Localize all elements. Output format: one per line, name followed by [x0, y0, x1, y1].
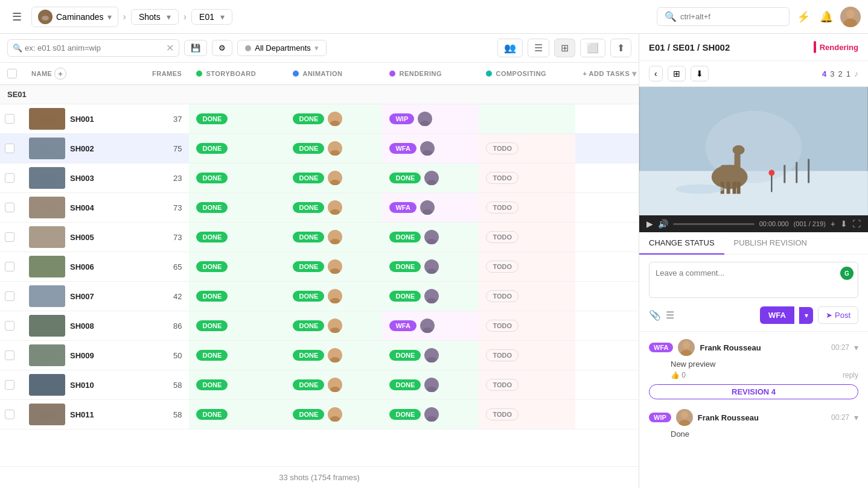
zoom-in-icon[interactable]: +: [831, 219, 835, 229]
project-selector[interactable]: Caminandes ▾: [31, 7, 118, 27]
shot-search-input[interactable]: [25, 43, 164, 52]
table-row[interactable]: SH010 58 DONE DONE DONE TODO: [0, 370, 639, 400]
clear-search-icon[interactable]: ✕: [166, 42, 174, 54]
view-storyboard-button[interactable]: ⬜: [580, 39, 605, 57]
status-badge: TODO: [486, 379, 519, 391]
row-checkbox[interactable]: [5, 262, 14, 271]
row-checkbox[interactable]: [5, 144, 14, 153]
svg-point-68: [429, 409, 435, 415]
table-row[interactable]: SH007 42 DONE DONE DONE TODO: [0, 282, 639, 311]
view-grid-button[interactable]: ⊞: [554, 39, 575, 57]
row-checkbox[interactable]: [5, 321, 14, 331]
table-row[interactable]: SH005 73 DONE DONE DONE TODO: [0, 223, 639, 252]
view-persons-button[interactable]: 👥: [497, 39, 523, 57]
table-row[interactable]: SH009 50 DONE DONE DONE TODO: [0, 341, 639, 370]
table-row[interactable]: SH011 58 DONE DONE DONE TODO: [0, 400, 639, 429]
add-tasks-header[interactable]: + Add tasks ▾: [575, 63, 639, 85]
revision-3-button[interactable]: 3: [830, 69, 834, 78]
revision-1-button[interactable]: 1: [846, 69, 850, 78]
add-column-button[interactable]: +: [54, 68, 66, 80]
row-checkbox[interactable]: [5, 232, 14, 242]
table-row[interactable]: SH008 86 DONE DONE WFA TODO: [0, 311, 639, 341]
video-timeline[interactable]: [673, 223, 755, 225]
storyboard-cell: DONE: [189, 223, 286, 252]
row-checkbox[interactable]: [5, 203, 14, 212]
comment-1-header: WFA Frank Rousseau 00:27 ▾: [649, 339, 858, 356]
comment-2-header: WIP Frank Rousseau 00:27 ▾: [649, 409, 858, 426]
row-checkbox[interactable]: [5, 173, 14, 183]
user-avatar-small: [328, 141, 342, 156]
change-status-tab[interactable]: CHANGE STATUS: [639, 232, 724, 255]
checklist-icon[interactable]: ☰: [666, 309, 674, 321]
prev-shot-button[interactable]: ‹: [649, 66, 663, 81]
row-checkbox[interactable]: [5, 114, 14, 124]
departments-dropdown[interactable]: All Departments ▾: [237, 40, 326, 56]
extra-cell: [575, 370, 639, 400]
row-checkbox[interactable]: [5, 410, 14, 419]
post-comment-button[interactable]: ➤ Post: [818, 306, 858, 324]
global-search[interactable]: 🔍: [657, 7, 790, 26]
svg-point-25: [330, 209, 340, 215]
like-button-1[interactable]: 👍 0: [671, 371, 686, 379]
select-all-header: [0, 63, 24, 85]
view-list-button[interactable]: ☰: [528, 39, 549, 57]
shot-name: SH010: [70, 381, 94, 390]
shot-thumbnail: [29, 226, 65, 248]
global-search-input[interactable]: [680, 12, 782, 21]
svg-point-30: [332, 232, 338, 238]
rendering-cell: DONE: [382, 370, 479, 400]
volume-button[interactable]: 🔊: [658, 219, 668, 229]
shot-count: 33 shots (1754 frames): [279, 473, 360, 482]
shot-search[interactable]: 🔍 ✕: [7, 39, 179, 57]
comment-input[interactable]: [649, 262, 858, 298]
reply-button-1[interactable]: reply: [843, 371, 858, 379]
save-filter-button[interactable]: 💾: [184, 40, 207, 56]
table-row[interactable]: SH003 23 DONE DONE DONE TODO: [0, 163, 639, 193]
comment-1-expand[interactable]: ▾: [854, 343, 858, 352]
download-video-icon[interactable]: ⬇: [840, 219, 847, 229]
episode-dropdown-chevron: ▾: [220, 12, 225, 22]
shot-name-cell: SH003: [24, 163, 145, 193]
export-button[interactable]: ⬆: [610, 39, 631, 57]
table-row[interactable]: SH006 65 DONE DONE DONE TODO: [0, 252, 639, 282]
select-all-checkbox[interactable]: [7, 69, 17, 78]
hamburger-menu[interactable]: ☰: [7, 8, 27, 26]
rendering-status-badge: Rendering: [814, 41, 858, 53]
revision-2-button[interactable]: 2: [838, 69, 843, 78]
filter-button[interactable]: ⚙: [212, 40, 232, 56]
play-button[interactable]: ▶: [646, 219, 653, 229]
publish-revision-tab[interactable]: PUBLISH REVISION: [724, 232, 817, 254]
table-row[interactable]: SH001 37 DONE DONE WIP: [0, 104, 639, 134]
user-avatar-small: [328, 289, 342, 303]
revision-navigation: ‹ ⊞ ⬇ 4 3 2 1 ♪: [639, 61, 868, 87]
comment-item-2: WIP Frank Rousseau 00:27 ▾ Done: [649, 409, 858, 439]
table-row[interactable]: SH002 75 DONE DONE WFA TODO: [0, 134, 639, 163]
episode-selector[interactable]: E01 ▾: [191, 9, 232, 25]
svg-point-24: [332, 202, 338, 208]
revision-4-pill[interactable]: REVISION 4: [649, 384, 858, 399]
filter-bar: 🔍 ✕ 💾 ⚙ All Departments ▾ 👥 ☰ ⊞ ⬜ ⬆: [0, 34, 639, 63]
table-row[interactable]: SH004 73 DONE DONE WFA TODO: [0, 193, 639, 223]
lightning-icon[interactable]: ⚡: [794, 8, 812, 26]
status-badge: DONE: [293, 320, 324, 331]
status-badge: DONE: [196, 232, 228, 242]
storyboard-cell: DONE: [189, 282, 286, 311]
bell-icon[interactable]: 🔔: [817, 8, 835, 26]
user-avatar[interactable]: [840, 7, 861, 27]
filter-icon: ⚙: [219, 43, 226, 52]
row-checkbox[interactable]: [5, 380, 14, 390]
wfa-status-button[interactable]: WFA: [760, 306, 794, 324]
full-view-button[interactable]: ⊞: [668, 66, 686, 81]
attach-icon[interactable]: 📎: [649, 309, 661, 321]
comment-2-expand[interactable]: ▾: [854, 413, 858, 422]
fullscreen-icon[interactable]: ⛶: [852, 219, 861, 229]
row-checkbox[interactable]: [5, 350, 14, 360]
status-badge: DONE: [196, 350, 228, 361]
download-button[interactable]: ⬇: [691, 66, 709, 81]
compositing-cell: TODO: [479, 370, 575, 400]
wfa-dropdown-button[interactable]: ▾: [799, 307, 813, 324]
row-checkbox[interactable]: [5, 291, 14, 301]
shots-selector[interactable]: Shots ▾: [131, 9, 179, 25]
revision-4-button[interactable]: 4: [822, 69, 826, 78]
shot-thumbnail: [29, 167, 65, 189]
